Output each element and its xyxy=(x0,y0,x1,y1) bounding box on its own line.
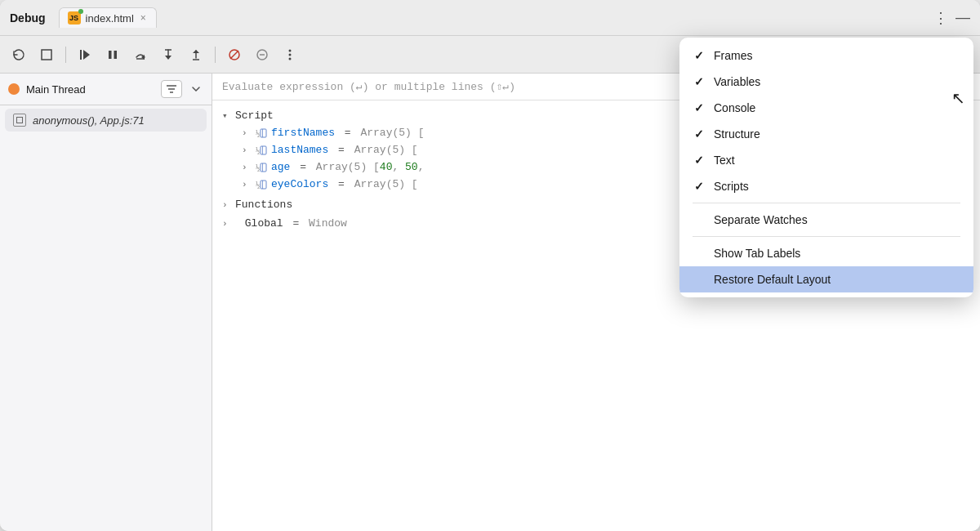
stop-button[interactable] xyxy=(34,43,59,66)
var-name: lastNames xyxy=(271,144,328,156)
title-bar-actions: ⋮ — xyxy=(933,9,970,27)
chevron-down-icon xyxy=(192,87,200,91)
step-into-icon xyxy=(161,47,176,62)
tab-close-btn[interactable]: × xyxy=(139,12,148,24)
var-value: Array(5) [ xyxy=(354,144,418,156)
tab-name: index.html xyxy=(86,12,134,25)
filter-icon xyxy=(166,84,177,94)
no-breakpoints-icon xyxy=(255,47,270,62)
restore-default-label: Restore Default Layout xyxy=(714,273,831,286)
text-label: Text xyxy=(714,154,735,167)
svg-rect-3 xyxy=(109,51,112,59)
svg-marker-8 xyxy=(165,56,172,60)
menu-item-console[interactable]: Console xyxy=(679,95,973,121)
file-tab[interactable]: JS index.html × xyxy=(59,7,157,28)
row-chevron: › xyxy=(242,145,252,155)
menu-item-variables[interactable]: Variables xyxy=(679,69,973,95)
svg-rect-0 xyxy=(42,50,51,60)
array-icon: ½ xyxy=(255,179,268,190)
array-icon: ½ xyxy=(255,162,268,173)
no-breakpoints-button[interactable] xyxy=(250,43,274,66)
var-name: age xyxy=(271,161,290,173)
threads-header: Main Thread xyxy=(0,74,212,105)
breakpoints-button[interactable] xyxy=(222,43,247,66)
toolbar-sep-1 xyxy=(65,47,66,63)
threads-panel: Main Thread anony xyxy=(0,74,212,531)
menu-divider-1 xyxy=(693,203,960,203)
row-chevron: › xyxy=(242,180,252,190)
var-value: Array(5) [ xyxy=(360,127,424,139)
global-name: Global xyxy=(245,217,283,230)
svg-point-18 xyxy=(289,53,292,56)
structure-label: Structure xyxy=(714,127,760,141)
step-out-button[interactable] xyxy=(184,43,208,66)
var-value: Array(5) [ xyxy=(354,178,418,190)
svg-rect-4 xyxy=(114,51,118,59)
show-tab-labels-label: Show Tab Labels xyxy=(714,247,800,260)
dropdown-menu: Frames Variables Console Structure Text … xyxy=(679,38,973,297)
scripts-label: Scripts xyxy=(714,180,749,193)
step-over-icon xyxy=(133,47,148,62)
svg-rect-28 xyxy=(261,129,266,137)
menu-item-show-tab-labels[interactable]: Show Tab Labels xyxy=(679,240,973,266)
stop-icon xyxy=(40,48,53,61)
restart-icon xyxy=(11,47,26,62)
restart-button[interactable] xyxy=(7,43,31,66)
svg-text:½: ½ xyxy=(256,130,260,138)
thread-name: Main Thread xyxy=(26,83,154,96)
stack-label: anonymous(), App.js:71 xyxy=(33,114,145,127)
svg-point-19 xyxy=(289,57,292,60)
functions-chevron: › xyxy=(222,200,232,210)
svg-rect-34 xyxy=(261,163,266,172)
row-chevron: › xyxy=(242,163,252,172)
svg-rect-31 xyxy=(261,146,266,154)
variables-label: Variables xyxy=(714,75,760,88)
menu-item-structure[interactable]: Structure xyxy=(679,121,973,147)
menu-item-text[interactable]: Text xyxy=(679,147,973,173)
svg-marker-11 xyxy=(193,50,199,53)
js-icon: JS xyxy=(68,11,81,25)
frames-label: Frames xyxy=(714,49,752,62)
filter-button[interactable] xyxy=(161,80,182,98)
frame-icon xyxy=(13,114,26,127)
menu-item-separate-watches[interactable]: Separate Watches xyxy=(679,207,973,233)
svg-text:½: ½ xyxy=(256,181,260,190)
debug-title: Debug xyxy=(10,11,46,25)
eval-input[interactable]: Evaluate expression (↵) or multiple line… xyxy=(222,80,515,93)
array-icon: ½ xyxy=(255,145,268,156)
continue-icon xyxy=(78,47,92,62)
menu-item-scripts[interactable]: Scripts xyxy=(679,173,973,199)
menu-divider-2 xyxy=(693,236,960,237)
svg-line-14 xyxy=(230,51,238,59)
title-more-btn[interactable]: ⋮ xyxy=(933,9,949,27)
title-bar: Debug JS index.html × ⋮ — xyxy=(0,0,980,36)
global-chevron: › xyxy=(222,219,232,229)
console-label: Console xyxy=(714,101,755,114)
array-icon: ½ xyxy=(255,127,268,139)
global-value: Window xyxy=(309,217,347,230)
pause-icon xyxy=(106,48,119,61)
minimize-btn[interactable]: — xyxy=(956,9,970,26)
step-into-button[interactable] xyxy=(156,43,180,66)
var-name: eyeColors xyxy=(271,178,328,190)
svg-rect-37 xyxy=(261,181,266,189)
cursor: ↖ xyxy=(951,88,965,108)
more-button[interactable] xyxy=(278,43,302,66)
toolbar-sep-2 xyxy=(215,47,216,63)
more-vert-icon xyxy=(283,48,296,61)
svg-text:½: ½ xyxy=(256,147,260,155)
step-over-button[interactable] xyxy=(128,43,153,66)
step-out-icon xyxy=(189,47,203,62)
row-chevron: › xyxy=(242,128,252,138)
separate-watches-label: Separate Watches xyxy=(714,213,808,226)
menu-item-restore-default[interactable]: Restore Default Layout xyxy=(679,266,973,292)
script-chevron: ▾ xyxy=(222,110,232,121)
var-name: firstNames xyxy=(271,127,335,139)
threads-chevron[interactable] xyxy=(189,82,203,96)
stack-frame-item[interactable]: anonymous(), App.js:71 xyxy=(5,109,207,132)
thread-indicator xyxy=(8,83,20,95)
pause-button[interactable] xyxy=(100,43,125,66)
continue-button[interactable] xyxy=(73,43,97,66)
svg-marker-2 xyxy=(83,50,90,60)
menu-item-frames[interactable]: Frames xyxy=(679,42,973,69)
